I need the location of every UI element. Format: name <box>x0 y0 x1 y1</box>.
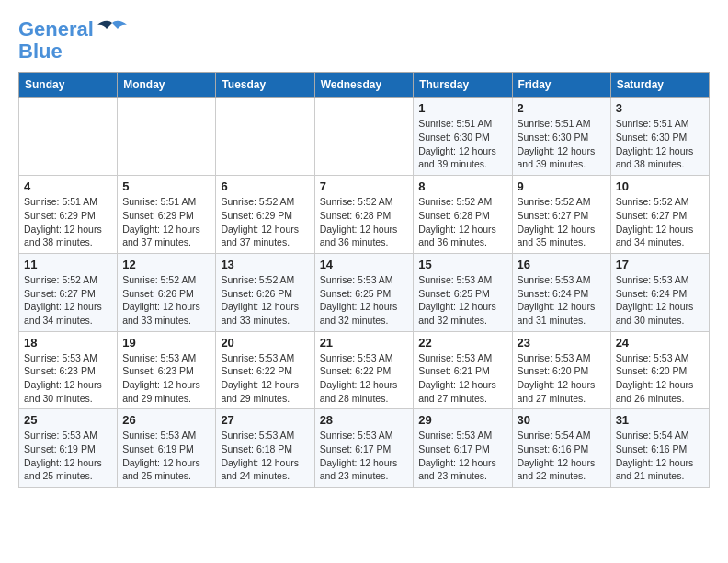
calendar-cell: 24Sunrise: 5:53 AM Sunset: 6:20 PM Dayli… <box>610 331 709 409</box>
day-number: 14 <box>320 258 409 271</box>
day-info: Sunrise: 5:53 AM Sunset: 6:25 PM Dayligh… <box>320 273 409 327</box>
calendar-cell: 20Sunrise: 5:53 AM Sunset: 6:22 PM Dayli… <box>216 331 314 409</box>
day-number: 16 <box>518 258 606 271</box>
day-number: 8 <box>418 179 506 193</box>
day-info: Sunrise: 5:53 AM Sunset: 6:20 PM Dayligh… <box>518 351 606 406</box>
day-number: 15 <box>418 258 506 271</box>
calendar-table: SundayMondayTuesdayWednesdayThursdayFrid… <box>18 72 710 488</box>
day-number: 18 <box>24 336 112 350</box>
calendar-cell: 23Sunrise: 5:53 AM Sunset: 6:20 PM Dayli… <box>512 331 610 409</box>
day-number: 23 <box>518 336 606 350</box>
calendar-cell <box>19 98 118 176</box>
day-number: 31 <box>616 413 704 427</box>
calendar-cell: 16Sunrise: 5:53 AM Sunset: 6:24 PM Dayli… <box>512 253 610 331</box>
day-info: Sunrise: 5:52 AM Sunset: 6:27 PM Dayligh… <box>24 273 112 327</box>
weekday-header-friday: Friday <box>512 73 610 98</box>
day-info: Sunrise: 5:52 AM Sunset: 6:26 PM Dayligh… <box>122 273 210 327</box>
calendar-cell: 14Sunrise: 5:53 AM Sunset: 6:25 PM Dayli… <box>314 253 414 331</box>
weekday-header-thursday: Thursday <box>414 73 512 98</box>
weekday-header-monday: Monday <box>118 73 216 98</box>
day-number: 7 <box>320 179 409 193</box>
day-info: Sunrise: 5:51 AM Sunset: 6:29 PM Dayligh… <box>122 195 210 249</box>
calendar-week-3: 11Sunrise: 5:52 AM Sunset: 6:27 PM Dayli… <box>19 253 710 331</box>
day-info: Sunrise: 5:53 AM Sunset: 6:17 PM Dayligh… <box>418 429 506 483</box>
calendar-cell: 22Sunrise: 5:53 AM Sunset: 6:21 PM Dayli… <box>414 331 512 409</box>
weekday-header-saturday: Saturday <box>610 73 709 98</box>
day-number: 20 <box>221 336 309 350</box>
day-number: 27 <box>221 413 309 427</box>
day-info: Sunrise: 5:53 AM Sunset: 6:21 PM Dayligh… <box>418 351 506 406</box>
day-info: Sunrise: 5:52 AM Sunset: 6:26 PM Dayligh… <box>221 273 309 327</box>
day-number: 4 <box>24 179 112 193</box>
day-number: 11 <box>24 258 112 271</box>
day-info: Sunrise: 5:51 AM Sunset: 6:29 PM Dayligh… <box>24 195 112 249</box>
calendar-cell: 13Sunrise: 5:52 AM Sunset: 6:26 PM Dayli… <box>216 253 314 331</box>
day-number: 13 <box>221 258 309 271</box>
day-info: Sunrise: 5:53 AM Sunset: 6:22 PM Dayligh… <box>221 351 309 406</box>
day-number: 19 <box>122 336 210 350</box>
day-info: Sunrise: 5:54 AM Sunset: 6:16 PM Dayligh… <box>518 429 606 483</box>
day-number: 3 <box>616 101 704 115</box>
calendar-cell: 6Sunrise: 5:52 AM Sunset: 6:29 PM Daylig… <box>216 176 314 254</box>
calendar-cell: 7Sunrise: 5:52 AM Sunset: 6:28 PM Daylig… <box>314 176 414 254</box>
day-info: Sunrise: 5:52 AM Sunset: 6:28 PM Dayligh… <box>320 195 409 249</box>
weekday-header-tuesday: Tuesday <box>216 73 314 98</box>
logo-text: General Blue <box>18 18 94 63</box>
day-info: Sunrise: 5:53 AM Sunset: 6:25 PM Dayligh… <box>418 273 506 327</box>
day-info: Sunrise: 5:53 AM Sunset: 6:19 PM Dayligh… <box>24 429 112 483</box>
day-number: 6 <box>221 179 309 193</box>
day-info: Sunrise: 5:52 AM Sunset: 6:28 PM Dayligh… <box>418 195 506 249</box>
calendar-cell: 12Sunrise: 5:52 AM Sunset: 6:26 PM Dayli… <box>118 253 216 331</box>
day-number: 9 <box>518 179 606 193</box>
day-number: 30 <box>518 413 606 427</box>
day-number: 1 <box>418 101 506 115</box>
calendar-week-1: 1Sunrise: 5:51 AM Sunset: 6:30 PM Daylig… <box>19 98 710 176</box>
calendar-week-5: 25Sunrise: 5:53 AM Sunset: 6:19 PM Dayli… <box>19 409 710 488</box>
day-info: Sunrise: 5:53 AM Sunset: 6:23 PM Dayligh… <box>24 351 112 406</box>
calendar-cell: 28Sunrise: 5:53 AM Sunset: 6:17 PM Dayli… <box>314 409 414 488</box>
calendar-cell: 10Sunrise: 5:52 AM Sunset: 6:27 PM Dayli… <box>610 176 709 254</box>
day-number: 17 <box>616 258 704 271</box>
day-info: Sunrise: 5:53 AM Sunset: 6:22 PM Dayligh… <box>320 351 409 406</box>
logo-bird-icon <box>96 19 129 45</box>
logo-blue: Blue <box>18 40 63 63</box>
day-info: Sunrise: 5:54 AM Sunset: 6:16 PM Dayligh… <box>616 429 704 483</box>
calendar-cell: 1Sunrise: 5:51 AM Sunset: 6:30 PM Daylig… <box>414 98 512 176</box>
logo: General Blue <box>18 18 129 63</box>
weekday-header-sunday: Sunday <box>19 73 118 98</box>
day-number: 26 <box>122 413 210 427</box>
weekday-header-wednesday: Wednesday <box>314 73 414 98</box>
day-info: Sunrise: 5:51 AM Sunset: 6:30 PM Dayligh… <box>616 117 704 171</box>
day-info: Sunrise: 5:51 AM Sunset: 6:30 PM Dayligh… <box>418 117 506 171</box>
calendar-cell: 21Sunrise: 5:53 AM Sunset: 6:22 PM Dayli… <box>314 331 414 409</box>
day-info: Sunrise: 5:53 AM Sunset: 6:17 PM Dayligh… <box>320 429 409 483</box>
day-info: Sunrise: 5:53 AM Sunset: 6:24 PM Dayligh… <box>518 273 606 327</box>
day-number: 25 <box>24 413 112 427</box>
day-info: Sunrise: 5:53 AM Sunset: 6:19 PM Dayligh… <box>122 429 210 483</box>
day-number: 12 <box>122 258 210 271</box>
day-number: 5 <box>122 179 210 193</box>
calendar-cell: 2Sunrise: 5:51 AM Sunset: 6:30 PM Daylig… <box>512 98 610 176</box>
calendar-header: SundayMondayTuesdayWednesdayThursdayFrid… <box>19 73 710 98</box>
day-info: Sunrise: 5:53 AM Sunset: 6:24 PM Dayligh… <box>616 273 704 327</box>
calendar-cell <box>216 98 314 176</box>
day-number: 24 <box>616 336 704 350</box>
calendar-cell: 3Sunrise: 5:51 AM Sunset: 6:30 PM Daylig… <box>610 98 709 176</box>
day-number: 21 <box>320 336 409 350</box>
day-number: 10 <box>616 179 704 193</box>
day-info: Sunrise: 5:52 AM Sunset: 6:27 PM Dayligh… <box>518 195 606 249</box>
day-info: Sunrise: 5:52 AM Sunset: 6:27 PM Dayligh… <box>616 195 704 249</box>
calendar-cell: 17Sunrise: 5:53 AM Sunset: 6:24 PM Dayli… <box>610 253 709 331</box>
day-info: Sunrise: 5:53 AM Sunset: 6:23 PM Dayligh… <box>122 351 210 406</box>
weekday-row: SundayMondayTuesdayWednesdayThursdayFrid… <box>19 73 710 98</box>
calendar-cell: 31Sunrise: 5:54 AM Sunset: 6:16 PM Dayli… <box>610 409 709 488</box>
calendar-cell <box>118 98 216 176</box>
page-header: General Blue <box>18 18 710 63</box>
day-number: 28 <box>320 413 409 427</box>
calendar-cell: 11Sunrise: 5:52 AM Sunset: 6:27 PM Dayli… <box>19 253 118 331</box>
calendar-cell: 15Sunrise: 5:53 AM Sunset: 6:25 PM Dayli… <box>414 253 512 331</box>
calendar-cell: 27Sunrise: 5:53 AM Sunset: 6:18 PM Dayli… <box>216 409 314 488</box>
day-info: Sunrise: 5:53 AM Sunset: 6:20 PM Dayligh… <box>616 351 704 406</box>
calendar-cell <box>314 98 414 176</box>
calendar-cell: 25Sunrise: 5:53 AM Sunset: 6:19 PM Dayli… <box>19 409 118 488</box>
